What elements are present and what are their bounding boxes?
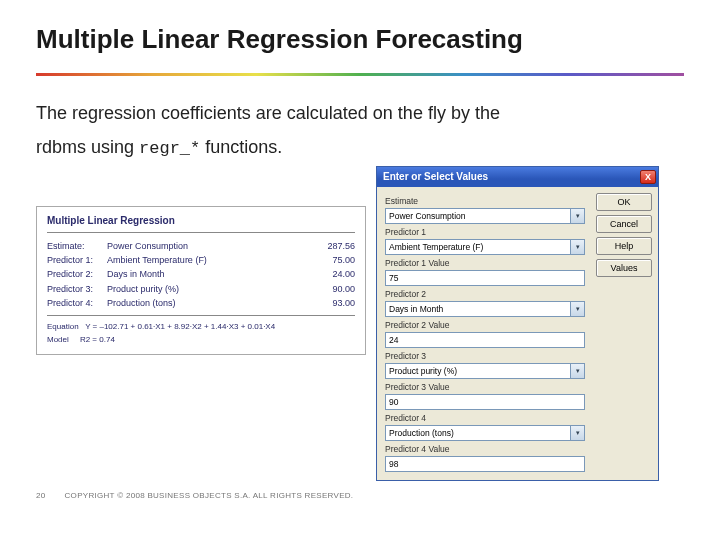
field-input[interactable]: 98 xyxy=(385,456,585,472)
field-label: Predictor 4 xyxy=(385,413,585,423)
rainbow-divider xyxy=(36,73,684,76)
mlr-row-label: Predictor 4: xyxy=(47,296,107,310)
mlr-row: Predictor 4:Production (tons)93.00 xyxy=(47,296,355,310)
select-value: Production (tons) xyxy=(389,428,454,438)
field-select[interactable]: Days in Month▾ xyxy=(385,301,585,317)
ok-button[interactable]: OK xyxy=(596,193,652,211)
field-label: Predictor 1 Value xyxy=(385,258,585,268)
mlr-model-value: R2 = 0.74 xyxy=(80,335,115,344)
mlr-model-label: Model xyxy=(47,335,69,344)
mlr-row-value: 75.00 xyxy=(305,253,355,267)
dialog-title: Enter or Select Values xyxy=(383,171,640,182)
mlr-row-label: Predictor 1: xyxy=(47,253,107,267)
close-button[interactable]: X xyxy=(640,170,656,184)
field-label: Estimate xyxy=(385,196,585,206)
dialog-titlebar[interactable]: Enter or Select Values X xyxy=(377,167,658,187)
mlr-rows: Estimate:Power Consumption287.56Predicto… xyxy=(47,239,355,311)
select-value: Days in Month xyxy=(389,304,443,314)
mlr-row-value: 24.00 xyxy=(305,267,355,281)
mlr-row: Predictor 3:Product purity (%)90.00 xyxy=(47,282,355,296)
body-line2-post: functions. xyxy=(200,137,282,157)
field-label: Predictor 3 Value xyxy=(385,382,585,392)
body-line1: The regression coefficients are calculat… xyxy=(36,103,500,123)
field-label: Predictor 1 xyxy=(385,227,585,237)
chevron-down-icon: ▾ xyxy=(570,209,584,223)
field-label: Predictor 2 xyxy=(385,289,585,299)
body-paragraph: The regression coefficients are calculat… xyxy=(36,96,684,165)
mlr-row-label: Predictor 2: xyxy=(47,267,107,281)
mlr-row-value: 90.00 xyxy=(305,282,355,296)
slide-title: Multiple Linear Regression Forecasting xyxy=(36,24,684,55)
field-input[interactable]: 24 xyxy=(385,332,585,348)
mlr-row: Estimate:Power Consumption287.56 xyxy=(47,239,355,253)
mlr-equation-label: Equation xyxy=(47,322,79,331)
mlr-row: Predictor 2:Days in Month24.00 xyxy=(47,267,355,281)
mlr-panel-title: Multiple Linear Regression xyxy=(47,215,355,226)
field-label: Predictor 3 xyxy=(385,351,585,361)
field-label: Predictor 4 Value xyxy=(385,444,585,454)
mlr-equation: Y = –102.71 + 0.61·X1 + 8.92·X2 + 1.44·X… xyxy=(85,322,275,331)
values-button[interactable]: Values xyxy=(596,259,652,277)
mlr-row-mid: Ambient Temperature (F) xyxy=(107,253,305,267)
mlr-row-mid: Days in Month xyxy=(107,267,305,281)
slide-footer: 20 COPYRIGHT © 2008 BUSINESS OBJECTS S.A… xyxy=(36,491,353,500)
field-select[interactable]: Production (tons)▾ xyxy=(385,425,585,441)
mlr-row-label: Estimate: xyxy=(47,239,107,253)
mlr-row-mid: Production (tons) xyxy=(107,296,305,310)
divider xyxy=(47,315,355,316)
mlr-panel: Multiple Linear Regression Estimate:Powe… xyxy=(36,206,366,355)
body-line2-pre: rdbms using xyxy=(36,137,139,157)
copyright-text: COPYRIGHT © 2008 BUSINESS OBJECTS S.A. A… xyxy=(65,491,354,500)
select-value: Power Consumption xyxy=(389,211,466,221)
chevron-down-icon: ▾ xyxy=(570,302,584,316)
values-dialog: Enter or Select Values X OK Cancel Help … xyxy=(376,166,659,481)
chevron-down-icon: ▾ xyxy=(570,426,584,440)
chevron-down-icon: ▾ xyxy=(570,240,584,254)
field-input[interactable]: 75 xyxy=(385,270,585,286)
field-select[interactable]: Product purity (%)▾ xyxy=(385,363,585,379)
mlr-row-value: 287.56 xyxy=(305,239,355,253)
cancel-button[interactable]: Cancel xyxy=(596,215,652,233)
field-select[interactable]: Power Consumption▾ xyxy=(385,208,585,224)
mlr-row: Predictor 1:Ambient Temperature (F)75.00 xyxy=(47,253,355,267)
mlr-row-mid: Product purity (%) xyxy=(107,282,305,296)
field-input[interactable]: 90 xyxy=(385,394,585,410)
help-button[interactable]: Help xyxy=(596,237,652,255)
select-value: Ambient Temperature (F) xyxy=(389,242,483,252)
mlr-row-label: Predictor 3: xyxy=(47,282,107,296)
mlr-row-value: 93.00 xyxy=(305,296,355,310)
field-select[interactable]: Ambient Temperature (F)▾ xyxy=(385,239,585,255)
divider xyxy=(47,232,355,233)
close-icon: X xyxy=(645,172,651,182)
body-code: regr_* xyxy=(139,139,200,158)
mlr-row-mid: Power Consumption xyxy=(107,239,305,253)
chevron-down-icon: ▾ xyxy=(570,364,584,378)
select-value: Product purity (%) xyxy=(389,366,457,376)
page-number: 20 xyxy=(36,491,62,500)
field-label: Predictor 2 Value xyxy=(385,320,585,330)
